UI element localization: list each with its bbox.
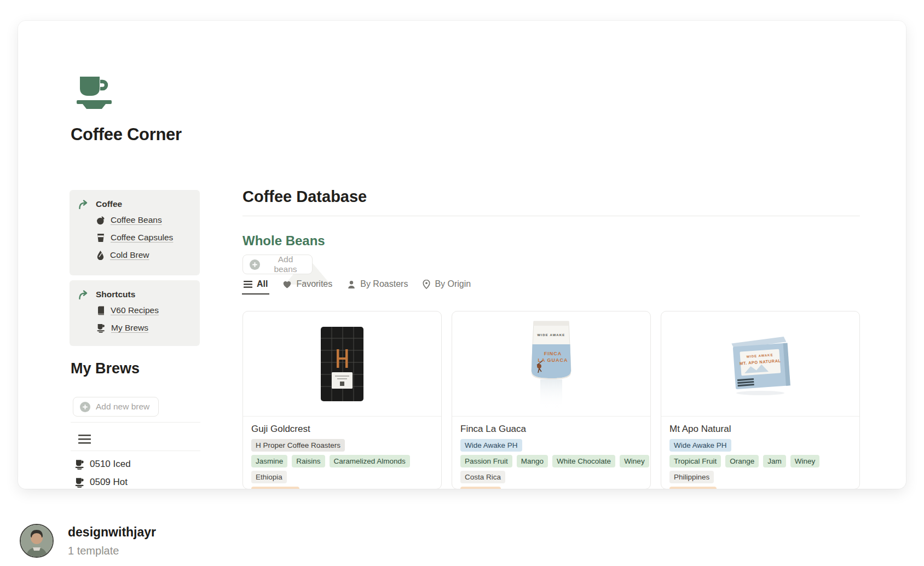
coffee-cup-icon xyxy=(74,477,85,488)
recipe-book-icon xyxy=(96,306,105,315)
flavor-tag: Caramelized Almonds xyxy=(330,455,410,467)
svg-text:LA GUACA: LA GUACA xyxy=(538,357,568,363)
link-label: My Brews xyxy=(111,323,148,333)
page-title: Coffee Corner xyxy=(71,125,182,145)
bean-card-mt-apo-natural[interactable]: WIDE AWAKE MT. APO NATURAL xyxy=(661,311,860,489)
brew-entry-0510[interactable]: 0510 Iced xyxy=(74,456,131,472)
coffee-capsule-icon xyxy=(96,233,105,242)
coffee-bean-icon xyxy=(96,216,105,225)
roaster-tag-row: Wide Awake PH xyxy=(669,439,851,452)
bean-card-finca-la-guaca[interactable]: WIDE AWAKE FINCA LA GUACA Finca La Guaca… xyxy=(452,311,651,489)
clipped-tag xyxy=(669,487,717,489)
flavor-tag: Jam xyxy=(763,455,786,467)
coffee-cup-icon xyxy=(74,76,114,111)
my-brews-heading: My Brews xyxy=(71,360,140,377)
add-beans-button[interactable]: Add beans xyxy=(242,255,313,274)
flavor-tag-row: Jasmine Raisins Caramelized Almonds xyxy=(251,455,433,467)
tab-label: Favorites xyxy=(296,279,332,289)
roaster-tag: Wide Awake PH xyxy=(669,439,731,452)
flavor-tag: White Chocolate xyxy=(552,455,615,467)
sidebar-link-cold-brew[interactable]: Cold Brew xyxy=(96,246,194,264)
view-tabs: All Favorites By Roasters By Origin xyxy=(244,279,471,294)
clipped-tag-row xyxy=(669,487,851,489)
flavor-tag-row: Passion Fruit Mango White Chocolate Wine… xyxy=(460,455,642,467)
flavor-tag: Passion Fruit xyxy=(460,455,512,467)
flavor-tag-row: Tropical Fruit Orange Jam Winey xyxy=(669,455,851,467)
roaster-tag: H Proper Coffee Roasters xyxy=(251,439,345,452)
sidebar-link-coffee-capsules[interactable]: Coffee Capsules xyxy=(96,229,194,246)
notion-page-card: Coffee Corner Coffee Coffee Beans Coffee… xyxy=(18,21,906,489)
person-icon xyxy=(347,280,356,288)
tab-label: By Roasters xyxy=(360,279,408,289)
bean-name: Guji Goldcrest xyxy=(251,424,433,436)
curved-arrow-icon xyxy=(78,290,89,299)
origin-tag-row: Ethiopia xyxy=(251,471,433,483)
plus-circle-icon xyxy=(250,259,260,270)
brew-entry-0509[interactable]: 0509 Hot xyxy=(74,474,128,489)
add-new-brew-label: Add new brew xyxy=(96,402,149,412)
tab-by-roasters[interactable]: By Roasters xyxy=(347,279,408,294)
add-new-brew-button[interactable]: Add new brew xyxy=(73,397,159,417)
whole-beans-heading: Whole Beans xyxy=(242,233,325,249)
svg-text:WIDE AWAKE: WIDE AWAKE xyxy=(537,333,565,337)
tab-label: All xyxy=(257,279,268,289)
coffee-cup-icon xyxy=(74,459,85,470)
coffee-cup-icon xyxy=(96,324,106,333)
product-image-blue-box: WIDE AWAKE MT. APO NATURAL xyxy=(661,311,859,417)
svg-text:FINCA: FINCA xyxy=(544,351,562,356)
divider xyxy=(242,216,860,216)
template-count: 1 template xyxy=(68,545,119,557)
brew-label: 0509 Hot xyxy=(90,477,128,488)
flavor-tag: Jasmine xyxy=(251,455,287,467)
tab-favorites[interactable]: Favorites xyxy=(282,279,332,294)
card-body: Mt Apo Natural Wide Awake PH Tropical Fr… xyxy=(661,417,859,489)
roaster-tag-row: Wide Awake PH xyxy=(460,439,642,452)
roaster-tag: Wide Awake PH xyxy=(460,439,522,452)
template-preview: Coffee Corner Coffee Coffee Beans Coffee… xyxy=(0,0,924,566)
bean-card-guji-goldcrest[interactable]: Guji Goldcrest H Proper Coffee Roasters … xyxy=(242,311,442,489)
coffee-section-header: Coffee xyxy=(78,197,194,211)
list-icon xyxy=(244,281,252,288)
shortcuts-callout: Shortcuts V60 Recipes My Brews xyxy=(70,280,200,346)
shortcuts-section-header: Shortcuts xyxy=(78,287,194,302)
link-label: Coffee Capsules xyxy=(111,233,173,242)
tab-by-origin[interactable]: By Origin xyxy=(423,279,471,294)
clipped-tag-row xyxy=(460,487,642,489)
beans-card-grid: Guji Goldcrest H Proper Coffee Roasters … xyxy=(242,311,860,489)
section-title: Coffee xyxy=(96,199,122,209)
tab-label: By Origin xyxy=(435,279,471,289)
heart-icon xyxy=(282,280,292,288)
link-label: Coffee Beans xyxy=(111,215,162,225)
divider xyxy=(71,451,200,451)
tab-all[interactable]: All xyxy=(244,279,268,294)
link-label: Cold Brew xyxy=(110,250,149,260)
sidebar-link-coffee-beans[interactable]: Coffee Beans xyxy=(96,211,194,229)
origin-tag-row: Costa Rica xyxy=(460,471,642,483)
origin-tag: Philippines xyxy=(669,471,714,483)
bean-name: Mt Apo Natural xyxy=(669,424,851,436)
cold-brew-drop-icon xyxy=(96,251,105,260)
flavor-tag: Winey xyxy=(790,455,820,467)
sidebar-link-v60-recipes[interactable]: V60 Recipes xyxy=(96,302,194,319)
coffee-links-callout: Coffee Coffee Beans Coffee Capsules Cold… xyxy=(70,190,200,275)
author-name[interactable]: designwithjayr xyxy=(68,525,156,540)
brew-label: 0510 Iced xyxy=(90,459,131,470)
card-body: Finca La Guaca Wide Awake PH Passion Fru… xyxy=(452,417,650,489)
clipped-tag xyxy=(460,487,501,489)
flavor-tag: Winey xyxy=(620,455,649,467)
drag-handle-menu-icon[interactable] xyxy=(78,435,91,444)
card-body: Guji Goldcrest H Proper Coffee Roasters … xyxy=(243,417,441,489)
product-image-black-bag xyxy=(243,311,441,417)
flavor-tag: Tropical Fruit xyxy=(669,455,721,467)
sidebar-link-my-brews[interactable]: My Brews xyxy=(96,319,194,337)
roaster-tag-row: H Proper Coffee Roasters xyxy=(251,439,433,452)
origin-tag: Ethiopia xyxy=(251,471,287,483)
clipped-tag-row xyxy=(251,487,433,489)
origin-tag-row: Philippines xyxy=(669,471,851,483)
origin-tag: Costa Rica xyxy=(460,471,505,483)
location-pin-icon xyxy=(423,280,430,289)
product-image-blue-pouch: WIDE AWAKE FINCA LA GUACA xyxy=(452,311,650,417)
divider xyxy=(71,422,200,423)
author-avatar[interactable] xyxy=(20,524,54,558)
plus-circle-icon xyxy=(80,402,90,412)
